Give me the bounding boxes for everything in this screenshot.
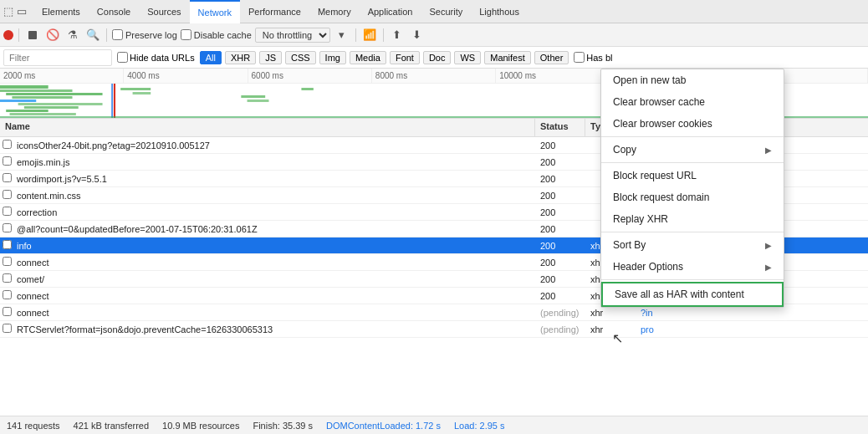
row-name: connect xyxy=(13,289,535,303)
tab-performance[interactable]: Performance xyxy=(240,0,309,23)
throttle-select[interactable]: No throttling xyxy=(255,28,330,43)
menu-copy[interactable]: Copy ▶ xyxy=(601,139,784,161)
row-status: (pending) xyxy=(535,323,585,336)
tab-sources[interactable]: Sources xyxy=(139,0,189,23)
row-checkbox xyxy=(0,207,13,217)
devtools-window: ⬚ ▭ Elements Console Sources Network Per… xyxy=(0,0,868,434)
export-icon[interactable]: ⬇ xyxy=(409,27,426,43)
menu-clear-cookies[interactable]: Clear browser cookies xyxy=(601,113,784,135)
svg-rect-13 xyxy=(241,95,265,98)
svg-rect-12 xyxy=(133,92,151,94)
row-name: correction xyxy=(13,206,535,219)
row-checkbox xyxy=(0,257,13,268)
filter-css[interactable]: CSS xyxy=(285,51,316,64)
row-status: 200 xyxy=(535,222,585,236)
tab-application[interactable]: Application xyxy=(360,0,421,23)
resources-size: 10.9 MB resources xyxy=(162,421,239,431)
has-blocked-label: Has bl xyxy=(574,52,612,63)
svg-rect-15 xyxy=(301,88,313,90)
filter-ws[interactable]: WS xyxy=(454,51,481,64)
row-checkbox xyxy=(0,273,13,284)
menu-header-arrow: ▶ xyxy=(765,263,772,272)
record-button[interactable] xyxy=(3,30,13,40)
import-icon[interactable]: ⬆ xyxy=(389,27,406,43)
tab-memory[interactable]: Memory xyxy=(309,0,360,23)
row-checkbox xyxy=(0,156,13,167)
header-name: Name xyxy=(0,119,535,136)
device-icon[interactable]: ▭ xyxy=(17,5,27,18)
row-name: wordimport.js?v=5.5.1 xyxy=(13,172,535,186)
row-checkbox xyxy=(0,173,13,184)
svg-rect-6 xyxy=(24,106,79,109)
has-blocked-text: Has bl xyxy=(586,53,612,63)
row-status: 200 xyxy=(535,206,585,219)
devtools-tab-bar: ⬚ ▭ Elements Console Sources Network Per… xyxy=(0,0,868,23)
search-icon[interactable]: 🔍 xyxy=(84,27,101,43)
menu-sort-arrow: ▶ xyxy=(765,241,772,250)
svg-rect-7 xyxy=(6,110,48,112)
menu-sort-by[interactable]: Sort By ▶ xyxy=(601,234,784,256)
row-name: connect xyxy=(13,256,535,269)
table-row[interactable]: RTCServlet?format=json&dojo.preventCache… xyxy=(0,321,868,338)
svg-rect-4 xyxy=(0,100,36,102)
context-menu: Open in new tab Clear browser cache Clea… xyxy=(600,69,784,308)
row-checkbox xyxy=(0,324,13,334)
disable-cache-checkbox[interactable] xyxy=(181,29,191,40)
filter-js[interactable]: JS xyxy=(259,51,282,64)
filter-doc[interactable]: Doc xyxy=(423,51,452,64)
menu-replay-xhr[interactable]: Replay XHR xyxy=(601,208,784,230)
header-status: Status xyxy=(535,119,585,136)
hide-data-urls-label: Hide data URLs xyxy=(117,52,195,63)
menu-clear-cookies-label: Clear browser cookies xyxy=(613,118,712,130)
menu-block-url[interactable]: Block request URL xyxy=(601,165,784,186)
menu-clear-cache[interactable]: Clear browser cache xyxy=(601,91,784,113)
menu-replay-xhr-label: Replay XHR xyxy=(613,213,668,225)
menu-copy-arrow: ▶ xyxy=(765,146,772,155)
filter-all[interactable]: All xyxy=(200,51,222,64)
hide-data-urls-checkbox[interactable] xyxy=(117,52,128,63)
has-blocked-checkbox[interactable] xyxy=(574,52,585,63)
menu-save-har-label: Save all as HAR with content xyxy=(615,288,744,300)
finish-time: Finish: 35.39 s xyxy=(253,421,313,431)
wifi-icon[interactable]: 📶 xyxy=(361,27,378,43)
preserve-log-checkbox[interactable] xyxy=(112,29,123,40)
menu-sort-by-label: Sort By xyxy=(613,239,646,251)
row-init: pro xyxy=(636,323,686,336)
filter-input[interactable] xyxy=(3,49,112,66)
menu-open-new-tab-label: Open in new tab xyxy=(613,74,686,86)
clear-button[interactable]: 🚫 xyxy=(44,27,61,43)
menu-header-options[interactable]: Header Options ▶ xyxy=(601,256,784,278)
tab-lighthouse[interactable]: Lighthous xyxy=(471,0,528,23)
tl-2000: 2000 ms xyxy=(0,69,124,83)
tab-security[interactable]: Security xyxy=(421,0,471,23)
svg-rect-2 xyxy=(6,93,102,95)
filter-manifest[interactable]: Manifest xyxy=(484,51,531,64)
row-checkbox xyxy=(0,307,13,318)
preserve-log-text: Preserve log xyxy=(125,30,177,40)
filter-bar: Hide data URLs All XHR JS CSS Img Media … xyxy=(0,47,868,69)
filter-icon[interactable]: ⚗ xyxy=(64,27,81,43)
sep2 xyxy=(106,28,107,42)
svg-rect-14 xyxy=(248,100,269,102)
inspect-icon[interactable]: ⬚ xyxy=(3,5,13,18)
sep1 xyxy=(18,28,19,42)
row-status: 200 xyxy=(535,289,585,303)
stop-recording-button[interactable] xyxy=(24,27,41,43)
tab-elements[interactable]: Elements xyxy=(33,0,89,23)
row-name: content.min.css xyxy=(13,189,535,202)
filter-xhr[interactable]: XHR xyxy=(225,51,256,64)
svg-rect-5 xyxy=(18,103,103,105)
row-status: 200 xyxy=(535,156,585,169)
filter-other[interactable]: Other xyxy=(534,51,569,64)
menu-sep-2 xyxy=(601,162,784,163)
menu-open-new-tab[interactable]: Open in new tab xyxy=(601,69,784,91)
menu-save-har[interactable]: Save all as HAR with content xyxy=(601,282,784,307)
row-name: @all?count=0&updatedBefore=2001-07-15T06… xyxy=(13,222,535,236)
tab-network[interactable]: Network xyxy=(190,0,240,23)
throttle-down-icon[interactable]: ▾ xyxy=(334,27,350,43)
filter-media[interactable]: Media xyxy=(350,51,386,64)
tab-console[interactable]: Console xyxy=(89,0,139,23)
filter-font[interactable]: Font xyxy=(390,51,420,64)
menu-block-domain[interactable]: Block request domain xyxy=(601,186,784,208)
filter-img[interactable]: Img xyxy=(319,51,346,64)
